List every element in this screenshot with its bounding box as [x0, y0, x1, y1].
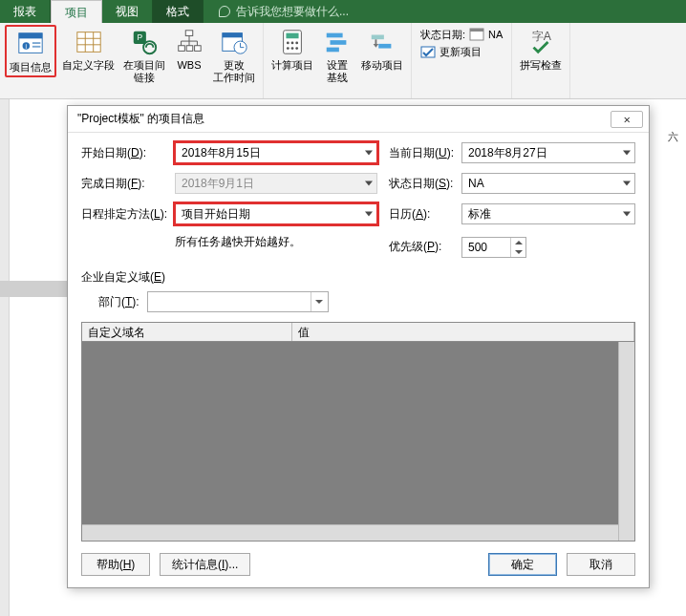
- update-icon: [420, 44, 436, 59]
- svg-point-32: [295, 42, 298, 45]
- update-label: 更新项目: [439, 45, 482, 59]
- dialog-titlebar[interactable]: "Project模板" 的项目信息 ⨉: [68, 106, 649, 133]
- svg-point-31: [291, 42, 294, 45]
- baseline-icon: [322, 27, 353, 57]
- priority-spinner[interactable]: 500: [461, 237, 526, 258]
- svg-point-30: [287, 42, 289, 45]
- svg-rect-1: [19, 33, 42, 39]
- schedule-from-label: 日程排定方法(L):: [81, 206, 175, 223]
- svg-text:P: P: [138, 32, 143, 42]
- dialog-title: "Project模板" 的项目信息: [77, 111, 204, 127]
- dept-combo[interactable]: [147, 291, 329, 312]
- move-icon: [367, 27, 397, 57]
- grid-hscrollbar[interactable]: [82, 524, 618, 541]
- grid-col-name[interactable]: 自定义域名: [82, 323, 292, 341]
- ribbon: i 项目信息 自定义字段 P 在项目间 链接 WBS: [0, 23, 686, 99]
- calc-label: 计算项目: [271, 59, 313, 72]
- triangle-down-icon: [515, 250, 523, 254]
- grid-header: 自定义域名 值: [82, 323, 634, 342]
- spin-up[interactable]: [511, 238, 525, 247]
- dept-label: 部门(T):: [98, 294, 139, 310]
- ok-button[interactable]: 确定: [488, 553, 557, 576]
- tab-format[interactable]: 格式: [153, 0, 204, 23]
- svg-rect-14: [185, 31, 193, 36]
- move-label: 移动项目: [361, 59, 403, 72]
- enterprise-section-label: 企业自定义域(E): [81, 269, 635, 286]
- tell-me-search[interactable]: 告诉我您想要做什么...: [204, 0, 686, 23]
- wbs-icon: [174, 27, 204, 57]
- grid-vscrollbar[interactable]: [618, 342, 634, 541]
- svg-rect-39: [372, 35, 384, 40]
- chevron-down-icon: [623, 151, 631, 156]
- tab-view[interactable]: 视图: [102, 0, 153, 23]
- project-info-icon: i: [15, 29, 46, 59]
- dialog-close-button[interactable]: ⨉: [611, 111, 643, 128]
- ribbon-tabs: 报表 项目 视图 格式 告诉我您想要做什么...: [0, 0, 686, 23]
- spelling-label: 拼写检查: [520, 59, 562, 72]
- status-date-row: 状态日期: NA: [420, 27, 503, 42]
- help-button[interactable]: 帮助(H): [81, 553, 150, 576]
- svg-rect-5: [32, 46, 40, 48]
- baseline-label: 设置 基线: [327, 59, 348, 84]
- svg-rect-36: [327, 33, 343, 38]
- status-date-combo[interactable]: NA: [461, 173, 635, 194]
- priority-label: 优先级(P):: [389, 239, 461, 255]
- tab-project[interactable]: 项目: [51, 0, 102, 23]
- custom-fields-button[interactable]: 自定义字段: [59, 25, 118, 74]
- status-date-value[interactable]: NA: [488, 29, 503, 40]
- spelling-icon: 字A: [525, 27, 556, 57]
- chevron-down-icon: [623, 212, 631, 217]
- svg-rect-24: [223, 33, 243, 38]
- calendar-label: 日历(A):: [389, 206, 461, 223]
- spelling-button[interactable]: 字A 拼写检查: [517, 25, 565, 74]
- chevron-down-icon: [623, 181, 631, 186]
- finish-date-combo: 2018年9月1日: [175, 173, 377, 194]
- schedule-from-combo[interactable]: 项目开始日期: [175, 203, 377, 224]
- finish-date-label: 完成日期(F):: [81, 176, 175, 192]
- links-icon: P: [129, 27, 160, 57]
- schedule-note: 所有任务越快开始越好。: [175, 234, 377, 250]
- lightbulb-icon: [219, 6, 230, 17]
- svg-rect-43: [421, 47, 435, 57]
- move-project-button[interactable]: 移动项目: [358, 25, 406, 74]
- tell-me-placeholder: 告诉我您想要做什么...: [236, 4, 349, 20]
- row-header-gutter: [0, 99, 10, 616]
- start-date-label: 开始日期(D):: [81, 145, 175, 161]
- wbs-button[interactable]: WBS: [171, 25, 207, 74]
- custom-fields-icon: [74, 27, 104, 57]
- set-baseline-button[interactable]: 设置 基线: [319, 25, 355, 86]
- chevron-down-icon: [365, 181, 373, 186]
- svg-rect-16: [186, 46, 193, 52]
- project-info-dialog: "Project模板" 的项目信息 ⨉ 开始日期(D): 2018年8月15日 …: [67, 105, 650, 588]
- custom-fields-grid[interactable]: 自定义域名 值: [81, 322, 635, 542]
- svg-rect-37: [331, 40, 347, 45]
- wbs-label: WBS: [177, 59, 201, 72]
- calendar-icon: [469, 27, 484, 42]
- links-label: 在项目间 链接: [123, 59, 165, 84]
- change-time-icon: [219, 27, 249, 57]
- calendar-combo[interactable]: 标准: [461, 203, 635, 224]
- svg-text:字A: 字A: [532, 30, 552, 43]
- svg-rect-29: [286, 33, 298, 39]
- project-info-button[interactable]: i 项目信息: [5, 25, 56, 77]
- grid-col-value[interactable]: 值: [292, 323, 634, 341]
- calc-project-button[interactable]: 计算项目: [268, 25, 316, 74]
- column-header-sat: 六: [660, 128, 686, 146]
- svg-rect-38: [327, 48, 339, 53]
- chevron-down-icon: [365, 212, 373, 217]
- spin-down[interactable]: [511, 247, 525, 257]
- cancel-button[interactable]: 取消: [567, 553, 635, 576]
- start-date-combo[interactable]: 2018年8月15日: [175, 142, 377, 163]
- tab-report[interactable]: 报表: [0, 0, 51, 23]
- custom-fields-label: 自定义字段: [62, 59, 115, 72]
- svg-rect-6: [76, 32, 99, 53]
- svg-point-33: [287, 47, 289, 50]
- update-project-button[interactable]: 更新项目: [420, 44, 503, 59]
- current-date-combo[interactable]: 2018年8月27日: [461, 142, 635, 163]
- change-time-button[interactable]: 更改 工作时间: [210, 25, 258, 86]
- status-date-label: 状态日期:: [420, 28, 465, 42]
- close-icon: ⨉: [624, 113, 630, 125]
- stats-button[interactable]: 统计信息(I)...: [160, 553, 250, 576]
- links-between-button[interactable]: P 在项目间 链接: [120, 25, 168, 86]
- svg-point-35: [295, 47, 298, 50]
